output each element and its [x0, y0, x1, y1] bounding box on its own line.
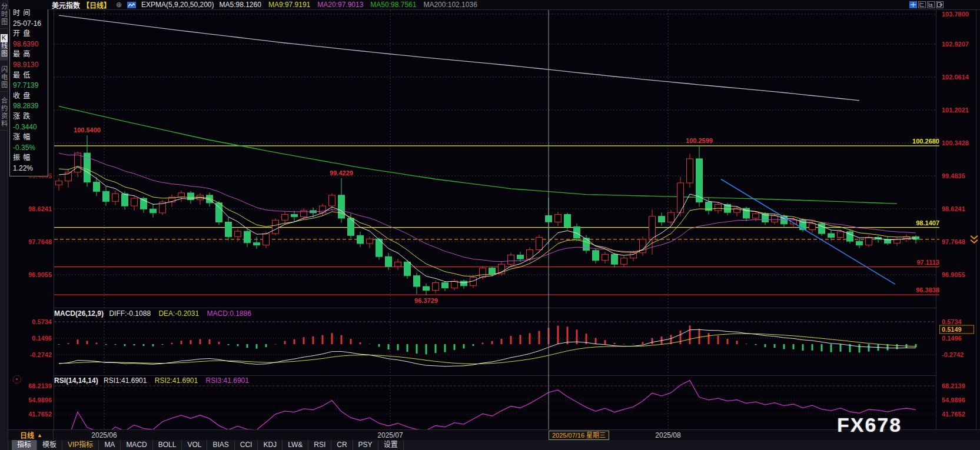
toolbar-item-指标[interactable]: 指标: [12, 440, 37, 450]
axis-left-icon[interactable]: [918, 1, 926, 8]
toolbar-item-MACD[interactable]: MACD: [121, 440, 152, 450]
toolbar-item-RSI[interactable]: RSI: [308, 440, 331, 450]
ma-value: MA20:97.9013: [317, 1, 363, 9]
sidebar-tab-闪电图[interactable]: 闪电图: [0, 66, 8, 92]
price-arrow-marker: [971, 236, 978, 243]
right-axis-label: 97.7648: [942, 238, 965, 245]
macd-right-axis-label: 0.1496: [942, 335, 962, 342]
ma50-line: [59, 106, 897, 204]
info-value: -0.3440: [13, 122, 45, 133]
info-label: 收 盘: [13, 91, 45, 102]
rsi3-value: RSI3:41.6901: [206, 376, 249, 385]
ma-value: MA9:97.9191: [268, 1, 310, 9]
macd-header: MACD(26,12,9) DIFF:-0.1088 DEA:-0.2031 M…: [54, 309, 251, 318]
price-line-label: 100.2680: [912, 138, 939, 145]
period-selector[interactable]: 日线 ▲: [9, 430, 54, 440]
x-axis-date: 2025/07: [370, 431, 411, 439]
pane-expand-icon[interactable]: [936, 1, 944, 8]
indicator-marker-icon[interactable]: [13, 375, 21, 384]
candles: [56, 135, 919, 295]
chart-type-icon[interactable]: [127, 2, 136, 8]
toolbar-item-MA[interactable]: MA: [99, 440, 121, 450]
ma20-line: [59, 154, 916, 262]
watermark: FX678: [837, 414, 902, 436]
right-axis-label: 103.7800: [942, 11, 969, 18]
rsi-right-axis-label: 68.2139: [942, 382, 965, 389]
price-annotation: 100.2599: [686, 137, 713, 144]
info-value: 97.7139: [13, 81, 45, 91]
price-annotation: 100.5400: [74, 126, 101, 134]
right-axis-label: 99.4835: [942, 172, 965, 179]
toolbar-item-CR[interactable]: CR: [331, 440, 353, 450]
info-value: 25-07-16: [13, 19, 45, 29]
right-axis-label: 96.9055: [942, 271, 965, 278]
macd-right-axis-label: -0.2742: [942, 351, 964, 358]
rsi-left-axis-label: 41.7652: [28, 411, 52, 418]
toolbar-item-KDJ[interactable]: KDJ: [258, 440, 283, 450]
info-value: -0.35%: [13, 143, 45, 154]
toolbar-item-BIAS[interactable]: BIAS: [207, 440, 234, 450]
ma5-line: [59, 167, 916, 283]
macd-left-axis-label: 0.5734: [32, 318, 52, 325]
axis-right-icon[interactable]: [927, 1, 935, 8]
ma200-line: [59, 15, 859, 101]
info-label: 开 盘: [13, 29, 45, 39]
circle-plus-icon[interactable]: ⊕: [116, 1, 122, 9]
price-line-label: 97.1113: [916, 259, 939, 266]
toolbar-item-设置[interactable]: 设置: [378, 440, 404, 450]
info-value: 98.6390: [13, 39, 45, 50]
time-axis-row: 日线 ▲ 2025/062025/072025/08 2025/07/16 星期…: [8, 429, 980, 440]
rsi-left-axis-label: 54.9896: [28, 396, 52, 404]
info-label: 最 低: [13, 71, 45, 81]
rsi-title: RSI(14,14,14): [54, 376, 98, 385]
right-axis-label: 98.6241: [942, 205, 965, 212]
left-axis-label: 97.7648: [28, 238, 52, 245]
info-label: 涨 跌: [13, 112, 45, 122]
toolbar-item-BOLL[interactable]: BOLL: [153, 440, 182, 450]
sidebar-tab-分时图[interactable]: 分时图: [0, 3, 8, 29]
trendline[interactable]: [721, 179, 895, 284]
x-axis-date: 2025/06: [84, 431, 125, 439]
chevron-up-icon: ▲: [37, 432, 42, 438]
toolbar-item-PSY[interactable]: PSY: [353, 440, 378, 450]
macd-current-value: 0.5149: [942, 326, 962, 333]
price-annotation: 96.3729: [414, 297, 438, 304]
toolbar-item-LW&[interactable]: LW&: [283, 440, 308, 450]
info-label: 时 间: [13, 8, 45, 19]
rsi-header: RSI(14,14,14) RSI1:41.6901 RSI2:41.6901 …: [54, 376, 249, 385]
price-annotation: 99.4229: [330, 169, 353, 176]
indicator-toolbar: 指标模板VIP指标MAMACDBOLLVOLBIASCCIKDJLW&RSICR…: [8, 440, 980, 450]
macd-dea-value: DEA:-0.2031: [158, 309, 199, 318]
price-line-label: 96.3838: [916, 286, 939, 294]
right-axis-label: 101.2021: [942, 106, 969, 114]
toolbar-item-CCI[interactable]: CCI: [235, 440, 258, 450]
main-pane: [56, 15, 919, 295]
sidebar-tab-合约资料[interactable]: 合约资料: [0, 97, 8, 131]
ma-value: MA50:98.7561: [370, 1, 416, 9]
info-value: 98.2839: [13, 101, 45, 112]
grid-layout-icon[interactable]: [909, 1, 917, 8]
toolbar-item-模板[interactable]: 模板: [37, 440, 62, 450]
left-tab-strip: 分时图K线图闪电图合约资料: [0, 0, 8, 450]
period-label: 日线: [20, 430, 34, 440]
info-label: 涨 幅: [13, 132, 45, 143]
macd-macd-value: MACD:0.1886: [207, 309, 251, 318]
toolbar-item-VIP指标[interactable]: VIP指标: [62, 440, 99, 450]
macd-dif-line: [59, 329, 916, 366]
toolbar-item-VOL[interactable]: VOL: [182, 440, 207, 450]
top-bar: 美元指数 【日线】 ⊕ EXPMA(5,9,20,50,200) MA5:98.…: [8, 0, 980, 9]
ma-value: MA5:98.1260: [220, 1, 261, 9]
quote-info-panel: 时 间25-07-16开 盘98.6390最 高98.9130最 低97.713…: [9, 6, 48, 176]
sidebar-tab-K线图[interactable]: K线图: [0, 34, 8, 61]
right-axis-label: 102.0614: [942, 74, 969, 81]
symbol-name: 美元指数: [52, 0, 80, 10]
rsi2-value: RSI2:41.6901: [155, 376, 198, 385]
left-axis-label: 98.6241: [28, 205, 52, 212]
rsi-left-axis-label: 68.2139: [28, 382, 52, 389]
expma-label: EXPMA(5,9,20,50,200): [141, 1, 214, 9]
crosshair-date-label: 2025/07/16 星期三: [549, 431, 609, 440]
left-axis-label: 96.9055: [28, 271, 52, 278]
rsi-right-axis-label: 41.7652: [942, 411, 965, 418]
right-axis-label: 100.3428: [942, 139, 969, 146]
macd-pane: [58, 325, 917, 366]
